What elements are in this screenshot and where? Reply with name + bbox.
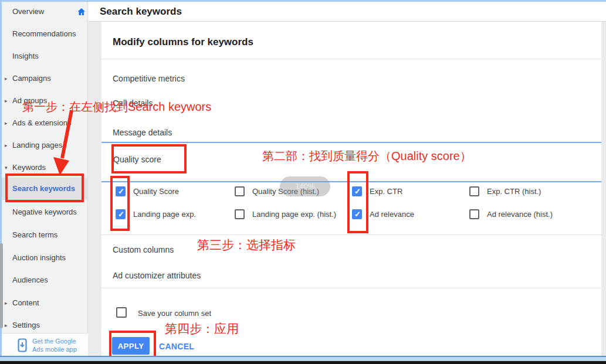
sidebar-item-campaigns[interactable]: Campaigns — [2, 70, 88, 87]
mobile-app-promo-label: Get the Google Ads mobile app — [32, 337, 77, 353]
cursor-highlight-badge: 140% — [280, 176, 330, 196]
checkbox-label: Ad relevance (hist.) — [487, 209, 553, 219]
step1-arrow-icon — [50, 108, 77, 178]
sidebar-item-overview[interactable]: Overview — [2, 3, 88, 21]
checkbox-label: Landing page exp. (hist.) — [252, 209, 336, 219]
annotation-box-checkbox-column-1 — [110, 176, 130, 231]
divider — [101, 59, 601, 59]
sidebar-item-content[interactable]: Content — [2, 294, 88, 312]
sidebar-item-recommendations[interactable]: Recommendations — [2, 25, 88, 43]
sidebar-item-insights[interactable]: Insights — [2, 47, 88, 65]
save-column-set-label: Save your column set — [138, 308, 211, 318]
section-competitive-metrics[interactable]: Competitive metrics — [113, 74, 185, 83]
annotation-box-quality-score — [111, 144, 187, 174]
mobile-app-icon — [18, 338, 27, 352]
checkbox-ad-relevance-hist[interactable] — [469, 209, 479, 219]
panel-heading: Modify columns for keywords — [113, 36, 253, 48]
annotation-box-checkbox-column-3 — [347, 171, 368, 233]
google-ads-modify-columns-screen: Overview Recommendations Insights Campai… — [0, 0, 606, 364]
sidebar-scrollbar[interactable] — [0, 243, 3, 328]
annotation-step1: 第一步：在左侧找到Search keywors — [22, 99, 211, 115]
blue-divider — [101, 142, 601, 143]
divider — [101, 288, 601, 288]
page-title: Search keywords — [100, 2, 182, 21]
checkbox-quality-score-hist[interactable] — [235, 186, 245, 196]
checkbox-label: Landing page exp. — [133, 209, 196, 219]
annotation-step3: 第三步：选择指标 — [197, 237, 296, 253]
annotation-box-apply — [109, 331, 156, 359]
checkbox-exp-ctr-hist[interactable] — [469, 186, 479, 196]
sidebar-item-search-terms[interactable]: Search terms — [2, 226, 88, 244]
section-message-details[interactable]: Message details — [113, 128, 172, 137]
annotation-step2: 第二部：找到质量得分（Quality score） — [262, 148, 472, 164]
checkbox-label: Ad relevance — [370, 209, 414, 219]
section-ad-customizer-attributes[interactable]: Ad customizer attributes — [113, 271, 201, 280]
player-bar[interactable] — [0, 357, 606, 361]
checkbox-label: Quality Score — [133, 186, 179, 196]
sidebar-item-audiences[interactable]: Audiences — [2, 271, 88, 289]
sidebar-item-auction-insights[interactable]: Auction insights — [2, 249, 88, 267]
checkbox-label: Exp. CTR (hist.) — [487, 186, 541, 196]
sidebar-item-label: Overview — [12, 7, 44, 16]
checkbox-label: Exp. CTR — [370, 186, 402, 196]
checkbox-save-column-set[interactable] — [116, 307, 127, 318]
bottom-edge — [0, 361, 606, 364]
divider — [101, 234, 601, 235]
sidebar-item-negative-keywords[interactable]: Negative keywords — [2, 203, 88, 221]
home-icon — [77, 7, 86, 16]
annotation-step4: 第四步：应用 — [165, 321, 239, 337]
sidebar-item-settings[interactable]: Settings — [2, 317, 88, 334]
checkbox-landing-page-exp-hist[interactable] — [235, 209, 245, 219]
mobile-app-promo[interactable]: Get the Google Ads mobile app — [2, 333, 88, 358]
section-custom-columns[interactable]: Custom columns — [113, 245, 174, 254]
page-header: Search keywords — [88, 2, 606, 22]
cancel-button[interactable]: CANCEL — [159, 342, 194, 351]
